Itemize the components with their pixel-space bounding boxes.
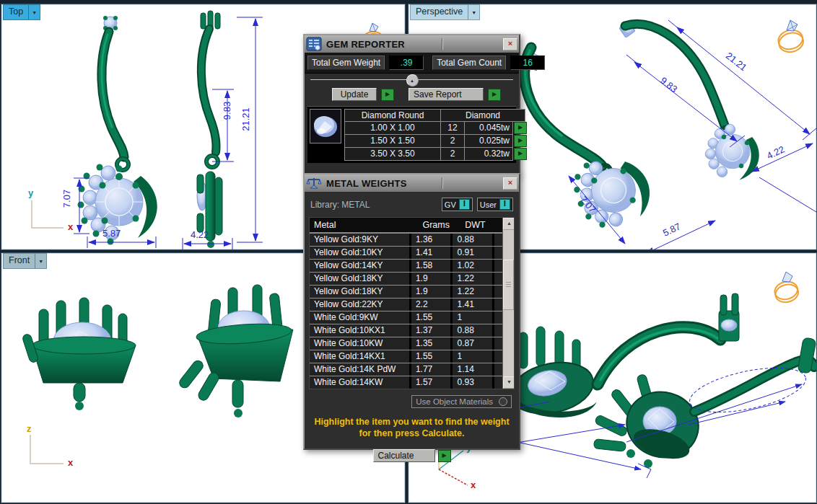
use-object-materials-row: Use Object Materials: [305, 395, 512, 408]
panel-title: GEM REPORTER: [326, 39, 405, 50]
update-button[interactable]: Update: [332, 88, 377, 101]
dwt-cell: 0.88: [453, 234, 494, 246]
scroll-down-icon[interactable]: ▼: [503, 376, 515, 389]
table-row[interactable]: White Gold:9KW1.551: [310, 311, 503, 324]
user-toggle-icon[interactable]: I: [499, 199, 510, 210]
grams-cell: 1.77: [411, 363, 453, 376]
col-metal: Metal: [310, 218, 418, 232]
scrollbar[interactable]: ▲ ▼: [502, 218, 514, 389]
gem-row-select-icon[interactable]: ▶: [514, 135, 527, 147]
metal-table-rows: Yellow Gold:9KY1.360.88 Yellow Gold:10KY…: [310, 234, 503, 389]
calculate-button[interactable]: Calculate: [373, 449, 435, 462]
table-row[interactable]: Yellow Gold:9KY1.360.88: [310, 234, 503, 247]
close-icon[interactable]: ×: [503, 177, 517, 190]
gem-count: 2: [441, 148, 465, 161]
gem-row-select-icon[interactable]: ▶: [514, 122, 527, 134]
titlebar-divider: [442, 38, 442, 50]
gem-count: 2: [441, 135, 465, 148]
radio-icon[interactable]: [499, 397, 507, 406]
scroll-up-icon[interactable]: ▲: [503, 218, 515, 230]
dwt-cell: 0.91: [453, 247, 494, 259]
viewport-tab-perspective[interactable]: Perspective ▼: [410, 4, 480, 20]
gem-table-grid: Diamond Round Diamond 1.00 X 1.00 12 0.0…: [344, 109, 528, 161]
use-object-materials-label: Use Object Materials: [416, 397, 493, 406]
chevron-down-icon[interactable]: ▼: [28, 5, 40, 19]
instruction-text: Highlight the item you want to find the …: [312, 417, 512, 439]
grams-cell: 1.37: [411, 324, 453, 337]
gem-reporter-panel: GEM REPORTER × Total Gem Weight .39 Tota…: [303, 34, 520, 175]
gem-row[interactable]: 1.50 X 1.50 2 0.025tw ▶: [344, 135, 528, 148]
axis-label-x: x: [68, 457, 73, 468]
gv-toggle-icon[interactable]: I: [459, 199, 470, 210]
metal-cell: White Gold:14KX1: [310, 350, 411, 363]
dwt-cell: 1.41: [453, 299, 494, 311]
gv-button[interactable]: GV I: [442, 198, 473, 211]
save-report-run-icon[interactable]: ▶: [488, 89, 501, 101]
gem-row[interactable]: 3.50 X 3.50 2 0.32tw ▶: [344, 148, 528, 161]
metal-weights-titlebar[interactable]: METAL WEIGHTS ×: [305, 174, 519, 192]
dimension-label: 9.83: [222, 102, 232, 120]
dwt-cell: 0.93: [453, 376, 494, 389]
table-row[interactable]: Yellow Gold:14KY1.581.02: [310, 260, 503, 273]
table-row[interactable]: White Gold:10KW1.350.87: [310, 337, 503, 350]
table-row[interactable]: White Gold:14K PdW1.771.14: [310, 363, 503, 376]
axis-label-x: x: [68, 221, 73, 232]
metal-cell: White Gold:14K PdW: [310, 363, 411, 376]
gem-row-select-icon[interactable]: ▶: [514, 148, 527, 160]
table-row[interactable]: Yellow Gold:10KY1.410.91: [310, 247, 503, 260]
metal-cell: Yellow Gold:9KY: [310, 234, 411, 246]
metal-cell: White Gold:10KW: [310, 337, 411, 350]
save-report-button[interactable]: Save Report: [408, 88, 484, 101]
scrollbar-thumb[interactable]: [503, 260, 514, 310]
panel-collapse-slider: ▲: [310, 74, 513, 85]
viewport-tab-front[interactable]: Front ▼: [3, 253, 47, 269]
metal-cell: Yellow Gold:14KY: [310, 260, 411, 272]
total-gem-count-label: Total Gem Count: [432, 56, 506, 70]
user-button[interactable]: User I: [477, 198, 513, 211]
gem-weight: 0.045tw: [465, 122, 513, 135]
gem-row[interactable]: 1.00 X 1.00 12 0.045tw ▶: [344, 122, 528, 135]
ring-icon: [769, 269, 803, 305]
grams-cell: 1.36: [411, 234, 453, 246]
gem-weight: 0.025tw: [465, 135, 513, 148]
dwt-cell: 0.88: [453, 324, 494, 337]
table-row[interactable]: Yellow Gold:18KY1.91.22: [310, 273, 503, 286]
update-run-icon[interactable]: ▶: [381, 89, 394, 101]
use-object-materials-button[interactable]: Use Object Materials: [411, 395, 512, 408]
panel-title: METAL WEIGHTS: [326, 178, 407, 189]
table-row[interactable]: White Gold:14KX11.551: [310, 350, 503, 363]
viewport-tab-top[interactable]: Top ▼: [3, 4, 40, 20]
dwt-cell: 1.14: [453, 363, 494, 376]
table-row[interactable]: Yellow Gold:18KY Royal1.91.22: [310, 286, 503, 299]
table-row[interactable]: Yellow Gold:22KY2.21.41: [310, 299, 503, 311]
table-row[interactable]: White Gold:10KX11.370.88: [310, 324, 503, 337]
close-icon[interactable]: ×: [503, 38, 517, 50]
metal-cell: Yellow Gold:22KY: [310, 299, 411, 311]
gem-weight: 0.32tw: [465, 148, 513, 161]
gem-image: [310, 109, 341, 143]
col-dwt: DWT: [460, 218, 503, 232]
calculate-run-icon[interactable]: ▶: [438, 450, 451, 462]
dimension-label: 4.22: [191, 229, 209, 240]
metal-cell: White Gold:14KW: [310, 376, 411, 389]
library-row: Library: METAL GV I User I: [305, 192, 519, 216]
metal-cell: Yellow Gold:18KY: [310, 273, 411, 285]
axis-label-x: x: [471, 479, 476, 490]
metal-weights-panel: METAL WEIGHTS × Library: METAL GV I User…: [303, 173, 520, 450]
table-row-partial[interactable]: White Gold:14KW1.570.93: [310, 376, 503, 389]
chevron-down-icon[interactable]: ▼: [35, 254, 46, 268]
collapse-knob-icon[interactable]: ▲: [406, 74, 419, 87]
gem-reporter-titlebar[interactable]: GEM REPORTER ×: [305, 35, 519, 53]
gem-count: 12: [441, 122, 465, 135]
dwt-cell: 1.22: [453, 286, 494, 298]
metal-cell: Yellow Gold:10KY: [310, 247, 411, 259]
gem-render: [310, 110, 341, 143]
total-gem-weight-value: .39: [389, 56, 424, 70]
grams-cell: 1.41: [411, 247, 453, 259]
metal-cell: White Gold:9KW: [310, 311, 411, 324]
grams-cell: 1.55: [411, 350, 453, 363]
gem-reporter-icon: [306, 37, 322, 51]
dwt-cell: 1: [453, 350, 494, 363]
chevron-down-icon[interactable]: ▼: [468, 5, 479, 19]
axis-label-y: y: [28, 187, 33, 198]
